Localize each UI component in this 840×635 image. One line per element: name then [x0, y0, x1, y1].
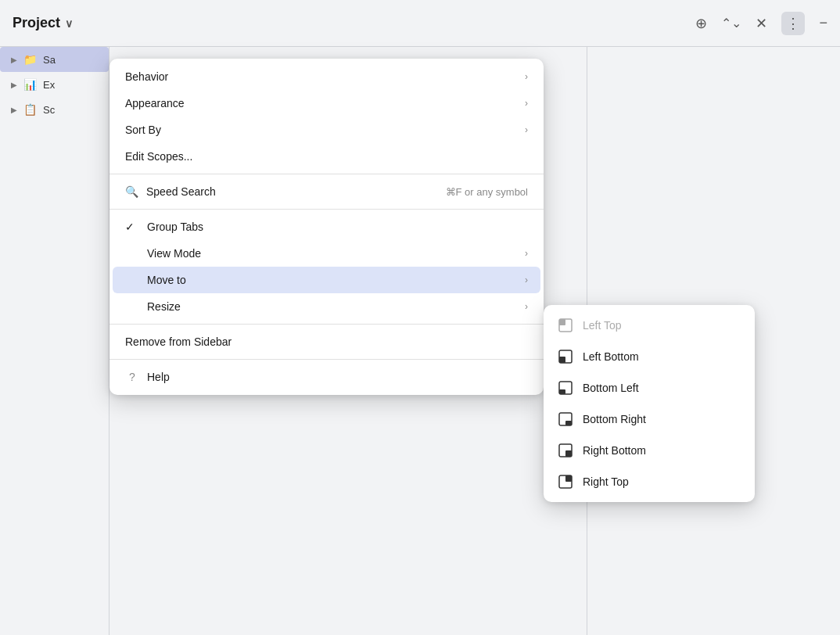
menu-item-behavior[interactable]: Behavior ›	[109, 63, 544, 90]
close-icon[interactable]: ✕	[756, 15, 767, 32]
svg-rect-7	[565, 421, 572, 425]
list-icon: 📋	[23, 103, 37, 116]
submenu-label-left-bottom: Left Bottom	[583, 350, 639, 363]
context-menu: Behavior › Appearance › Sort By › Edit S…	[109, 59, 544, 395]
sidebar-item-label-ext: Ex	[43, 79, 55, 91]
sidebar-item-label-sa: Sa	[43, 54, 56, 66]
sidebar-arrow-sa: ▶	[11, 56, 17, 64]
svg-rect-9	[565, 450, 572, 457]
target-icon[interactable]: ⊕	[695, 15, 707, 32]
menu-item-help[interactable]: ? Help	[109, 364, 544, 390]
speed-search-shortcut: ⌘F or any symbol	[446, 186, 528, 198]
menu-label-edit-scopes: Edit Scopes...	[125, 150, 528, 163]
bottom-left-icon	[558, 380, 573, 396]
menu-item-move-to[interactable]: Move to ›	[113, 267, 540, 293]
submenu-item-bottom-right[interactable]: Bottom Right	[544, 404, 755, 435]
submenu-item-right-bottom[interactable]: Right Bottom	[544, 435, 755, 466]
search-icon: 🔍	[125, 185, 138, 198]
menu-label-remove-sidebar: Remove from Sidebar	[125, 335, 528, 348]
left-top-icon	[558, 318, 573, 333]
sidebar-item-sc[interactable]: ▶ 📋 Sc	[0, 97, 109, 122]
submenu-arrow-behavior: ›	[525, 71, 528, 82]
menu-label-sort-by: Sort By	[125, 124, 517, 136]
sidebar-item-sa[interactable]: ▶ 📁 Sa	[0, 47, 109, 72]
submenu-item-left-bottom[interactable]: Left Bottom	[544, 341, 755, 372]
sidebar-item-label-sc: Sc	[43, 104, 55, 116]
submenu-arrow-resize: ›	[525, 301, 528, 312]
divider-2	[109, 209, 544, 210]
project-label: Project	[13, 15, 60, 31]
move-to-submenu: Left Top Left Bottom Bottom Left Bottom …	[544, 305, 755, 502]
submenu-label-right-bottom: Right Bottom	[583, 444, 646, 457]
submenu-arrow-view-mode: ›	[525, 248, 528, 259]
menu-item-speed-search[interactable]: 🔍 Speed Search ⌘F or any symbol	[109, 178, 544, 205]
minimize-icon[interactable]: −	[819, 15, 827, 31]
menu-label-group-tabs: Group Tabs	[147, 221, 528, 233]
menu-item-remove-sidebar[interactable]: Remove from Sidebar	[109, 328, 544, 355]
menu-item-sort-by[interactable]: Sort By ›	[109, 117, 544, 143]
menu-label-appearance: Appearance	[125, 97, 517, 109]
sidebar-arrow-sc: ▶	[11, 106, 17, 114]
chart-icon: 📊	[23, 78, 37, 91]
submenu-label-right-top: Right Top	[583, 475, 629, 488]
chevron-down-icon: ∨	[65, 17, 73, 30]
divider-1	[109, 174, 544, 174]
submenu-label-left-top: Left Top	[583, 319, 622, 332]
submenu-label-bottom-left: Bottom Left	[583, 382, 639, 394]
divider-4	[109, 359, 544, 360]
bottom-right-icon	[558, 411, 573, 427]
menu-label-help: Help	[147, 371, 528, 383]
top-bar: Project ∨ ⊕ ⌃⌄ ✕ ⋮ −	[0, 0, 840, 47]
question-icon: ?	[125, 371, 139, 383]
right-bottom-icon	[558, 443, 573, 458]
menu-label-move-to: Move to	[147, 274, 517, 286]
submenu-arrow-sort-by: ›	[525, 124, 528, 135]
project-title[interactable]: Project ∨	[13, 15, 73, 31]
top-bar-icons: ⊕ ⌃⌄ ✕ ⋮ −	[695, 12, 827, 35]
sidebar: ▶ 📁 Sa ▶ 📊 Ex ▶ 📋 Sc	[0, 47, 109, 635]
folder-icon: 📁	[23, 53, 37, 66]
sidebar-arrow-ext: ▶	[11, 81, 17, 89]
sidebar-item-ext[interactable]: ▶ 📊 Ex	[0, 72, 109, 97]
divider-3	[109, 324, 544, 325]
right-top-icon	[558, 474, 573, 490]
more-icon[interactable]: ⋮	[781, 12, 805, 35]
menu-label-view-mode: View Mode	[147, 247, 517, 260]
left-bottom-icon	[558, 349, 573, 364]
submenu-arrow-appearance: ›	[525, 98, 528, 109]
svg-rect-3	[559, 357, 565, 363]
submenu-arrow-move-to: ›	[525, 274, 528, 285]
menu-item-view-mode[interactable]: View Mode ›	[109, 240, 544, 267]
menu-item-edit-scopes[interactable]: Edit Scopes...	[109, 143, 544, 170]
submenu-label-bottom-right: Bottom Right	[583, 413, 646, 425]
menu-label-speed-search: Speed Search	[146, 185, 438, 198]
menu-label-behavior: Behavior	[125, 70, 517, 83]
submenu-item-right-top[interactable]: Right Top	[544, 466, 755, 497]
menu-label-resize: Resize	[147, 300, 517, 313]
svg-rect-11	[565, 475, 572, 482]
menu-item-appearance[interactable]: Appearance ›	[109, 90, 544, 117]
svg-rect-5	[559, 389, 565, 394]
submenu-item-left-top[interactable]: Left Top	[544, 310, 755, 341]
updown-icon[interactable]: ⌃⌄	[721, 16, 741, 30]
checkmark-icon: ✓	[125, 221, 139, 233]
svg-rect-1	[559, 319, 565, 325]
menu-item-group-tabs[interactable]: ✓ Group Tabs	[109, 213, 544, 240]
menu-item-resize[interactable]: Resize ›	[109, 293, 544, 320]
submenu-item-bottom-left[interactable]: Bottom Left	[544, 372, 755, 404]
